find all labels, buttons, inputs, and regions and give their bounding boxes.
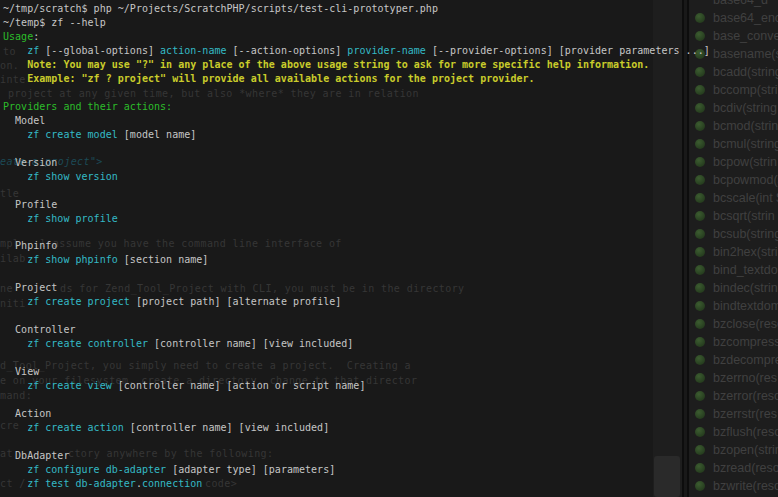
function-list-item[interactable]: bin2hex(stri (689, 243, 778, 261)
function-label: bcpow(strin (713, 155, 777, 169)
function-bullet-icon (695, 283, 705, 293)
function-list-item[interactable]: bzerror(reso (689, 387, 778, 405)
function-list-item[interactable]: bzwrite(reso (689, 477, 778, 495)
php-functions-panel: base64_dbase64_encbase_converbasename(sb… (689, 0, 778, 497)
function-label: bccomp(stri (713, 83, 778, 97)
function-bullet-icon (695, 319, 705, 329)
function-list-item[interactable]: bzopen(strin (689, 441, 778, 459)
function-list-item[interactable]: base64_enc (689, 9, 778, 27)
function-list-item[interactable]: base64_d (689, 0, 768, 9)
function-list-item[interactable]: bcsqrt(strin (689, 207, 775, 225)
terminal-scrollbar-thumb[interactable] (654, 456, 680, 497)
function-bullet-icon (695, 139, 705, 149)
ghost-editor-line: inte (0, 74, 26, 86)
function-bullet-icon (695, 391, 705, 401)
function-label: bindec(strin (713, 281, 778, 295)
function-bullet-icon (695, 229, 705, 239)
function-bullet-icon (695, 301, 705, 311)
ghost-editor-line: mand: (0, 390, 32, 402)
function-bullet-icon (695, 103, 705, 113)
ghost-editor-line: l assume you have the command line inter… (40, 238, 342, 250)
function-label: basename(s (713, 47, 778, 61)
function-label: bcmul(string (713, 137, 778, 151)
function-list-item[interactable]: bcmod(strin (689, 117, 778, 135)
function-label: bcscale(int $ (713, 191, 778, 205)
ghost-editor-line: ds for Zend_Tool_Project with CLI, you m… (60, 283, 465, 295)
function-list-item[interactable]: bzdecompre (689, 351, 778, 369)
function-label: base64_enc (713, 11, 778, 25)
function-bullet-icon (695, 175, 705, 185)
ghost-editor-line: at (0, 448, 13, 460)
terminal-scrollbar[interactable] (653, 0, 682, 497)
function-bullet-icon (695, 247, 705, 257)
function-label: bzdecompre (713, 353, 778, 367)
function-bullet-icon (695, 13, 705, 23)
function-list-item[interactable]: bzerrstr(res (689, 405, 777, 423)
function-list-item[interactable]: bcpowmod(s (689, 171, 778, 189)
function-list-item[interactable]: basename(s (689, 45, 778, 63)
function-label: bzerrstr(res (713, 407, 777, 421)
screen: toon.inteproject at any given time, but … (0, 0, 778, 497)
function-bullet-icon (695, 337, 705, 347)
ghost-editor-line: ne (0, 283, 13, 295)
function-list-item[interactable]: bind_textdo (689, 261, 778, 279)
ghost-editor-line: code> (205, 478, 237, 490)
function-label: bzclose(reso (713, 317, 778, 331)
function-list-item[interactable]: base_conver (689, 27, 778, 45)
function-list-item[interactable]: bzerrno(res (689, 369, 777, 387)
function-list-item[interactable]: bcadd(string (689, 63, 778, 81)
function-bullet-icon (695, 121, 705, 131)
function-list-item[interactable]: bindec(strin (689, 279, 778, 297)
function-list-item[interactable]: bcmul(string (689, 135, 778, 153)
function-label: bind_textdo (713, 263, 778, 277)
ghost-editor-line: niti (0, 298, 26, 310)
ghost-editor-line: on. (0, 60, 19, 72)
ghost-editor-line: ilab (0, 253, 26, 265)
function-bullet-icon (695, 373, 705, 383)
function-bullet-icon (695, 157, 705, 167)
ghost-editor-line: eate-a-project"> (0, 156, 103, 168)
function-bullet-icon (695, 445, 705, 455)
function-bullet-icon (695, 265, 705, 275)
function-label: bcmod(strin (713, 119, 778, 133)
function-bullet-icon (695, 31, 705, 41)
ghost-editor-line: to (3, 46, 16, 58)
function-label: bcadd(string (713, 65, 778, 79)
ghost-editor-line: cre (0, 420, 19, 432)
function-bullet-icon (695, 427, 705, 437)
function-label: bzflush(reso (713, 425, 778, 439)
ghost-editor-line: e on your filesystem, create a directory… (0, 375, 417, 387)
function-list-item[interactable]: bzflush(reso (689, 423, 778, 441)
function-list-item[interactable]: bzcompress( (689, 333, 778, 351)
function-label: bindtextdom (713, 299, 778, 313)
function-list-item[interactable]: bcscale(int $ (689, 189, 778, 207)
function-label: bzerrno(res (713, 371, 777, 385)
ghost-editor-line: mpl (0, 238, 19, 250)
function-label: bcpowmod(s (713, 173, 778, 187)
ghost-editor-line: project at any given time, but also *whe… (8, 88, 419, 100)
function-list-item[interactable]: bzclose(reso (689, 315, 778, 333)
function-label: bzcompress( (713, 335, 778, 349)
function-label: bzread(reso (713, 461, 778, 475)
function-label: bin2hex(stri (713, 245, 778, 259)
function-label: bzopen(strin (713, 443, 778, 457)
function-list-item[interactable]: bccomp(stri (689, 81, 778, 99)
ghost-editor-line: ct / (0, 478, 26, 490)
function-list-item[interactable]: bindtextdom (689, 297, 778, 315)
function-bullet-icon (695, 463, 705, 473)
function-label: base64_d (713, 0, 768, 7)
function-label: base_conver (713, 29, 778, 43)
ghost-editor-line: ctory anywhere by the following: (68, 448, 273, 460)
function-list-item[interactable]: bzread(reso (689, 459, 778, 477)
function-list-item[interactable]: bcsub(string (689, 225, 778, 243)
function-label: bzwrite(reso (713, 479, 778, 493)
function-bullet-icon (695, 49, 705, 59)
function-bullet-icon (695, 211, 705, 221)
panel-divider (682, 0, 684, 497)
function-list-item[interactable]: bcdiv(string (689, 99, 777, 117)
ghost-editor-line: d_Tool_Project, you simply need to creat… (0, 360, 411, 372)
function-bullet-icon (695, 355, 705, 365)
function-list-item[interactable]: bcpow(strin (689, 153, 777, 171)
function-bullet-icon (695, 67, 705, 77)
function-bullet-icon (695, 193, 705, 203)
